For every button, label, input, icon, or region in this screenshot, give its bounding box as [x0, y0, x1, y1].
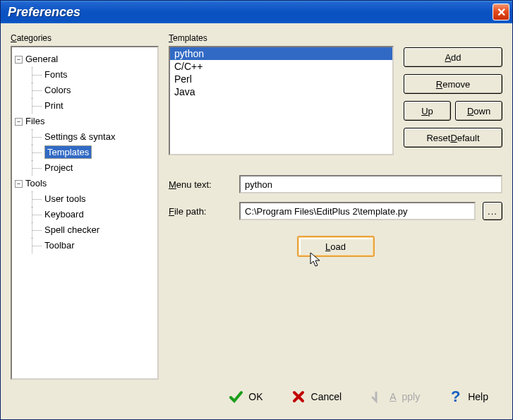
check-icon	[229, 390, 243, 404]
list-item[interactable]: Perl	[170, 73, 392, 85]
window-title: Preferences	[8, 5, 80, 20]
tree-label-general[interactable]: General	[25, 52, 58, 67]
templates-label: Templates	[169, 33, 394, 43]
tree-item-print[interactable]: Print	[32, 98, 155, 114]
tree-label-files[interactable]: Files	[25, 114, 44, 129]
ok-button[interactable]: OK	[229, 390, 262, 404]
cancel-button[interactable]: Cancel	[291, 390, 342, 404]
template-form: Menu text: File path: ...	[169, 175, 502, 220]
tree-item-colors[interactable]: Colors	[32, 83, 155, 98]
templates-panel: Templates python C/C++ Perl Java Add Rem…	[169, 33, 502, 380]
collapse-icon[interactable]: −	[15, 180, 23, 188]
file-path-input[interactable]	[239, 202, 476, 220]
main-area: Categories − General Fonts Colors Print	[11, 33, 502, 380]
categories-label: Categories	[11, 33, 159, 43]
tree-item-settings-syntax[interactable]: Settings & syntax	[32, 129, 155, 145]
list-item[interactable]: C/C++	[170, 60, 392, 73]
titlebar[interactable]: Preferences ✕	[1, 1, 512, 23]
tree-item-user-tools[interactable]: User tools	[32, 191, 155, 207]
reset-default-button[interactable]: Reset Default	[404, 128, 502, 148]
list-item[interactable]: python	[170, 47, 392, 60]
add-button[interactable]: Add	[404, 47, 502, 67]
tree-item-keyboard[interactable]: Keyboard	[32, 207, 155, 222]
tree-item-toolbar[interactable]: Toolbar	[32, 238, 155, 253]
apply-button: Apply	[370, 390, 420, 404]
templates-buttons: Add Remove Up Down Reset Default	[404, 33, 502, 155]
down-button[interactable]: Down	[455, 101, 502, 121]
client-area: Categories − General Fonts Colors Print	[1, 23, 512, 419]
x-icon	[291, 390, 306, 404]
load-button[interactable]: Load	[297, 236, 375, 257]
tree-node-files[interactable]: − Files Settings & syntax Templates Proj…	[15, 114, 155, 176]
file-path-label: File path:	[169, 206, 232, 217]
apply-icon	[370, 390, 384, 404]
help-icon: ?	[448, 390, 462, 404]
menu-text-input[interactable]	[239, 175, 502, 193]
up-button[interactable]: Up	[404, 101, 451, 121]
help-button[interactable]: ? Help	[448, 390, 488, 404]
templates-listbox[interactable]: python C/C++ Perl Java	[169, 46, 394, 155]
tree-item-fonts[interactable]: Fonts	[32, 67, 155, 83]
categories-tree[interactable]: − General Fonts Colors Print − Files	[11, 46, 159, 380]
collapse-icon[interactable]: −	[15, 118, 23, 126]
tree-node-general[interactable]: − General Fonts Colors Print	[15, 52, 155, 114]
list-item[interactable]: Java	[170, 85, 392, 98]
tree-label-tools[interactable]: Tools	[25, 176, 47, 191]
menu-text-label: Menu text:	[169, 179, 232, 190]
tree-item-spell-checker[interactable]: Spell checker	[32, 222, 155, 238]
tree-node-tools[interactable]: − Tools User tools Keyboard Spell checke…	[15, 176, 155, 253]
close-icon: ✕	[497, 6, 506, 19]
collapse-icon[interactable]: −	[15, 56, 23, 64]
remove-button[interactable]: Remove	[404, 74, 502, 94]
dialog-button-bar: OK Cancel Apply ? Help	[11, 380, 502, 414]
svg-text:?: ?	[451, 389, 460, 404]
tree-item-project[interactable]: Project	[32, 160, 155, 176]
browse-button[interactable]: ...	[483, 202, 502, 220]
tree-item-templates[interactable]: Templates	[32, 145, 155, 160]
preferences-window: Preferences ✕ Categories − General Fonts	[0, 0, 513, 420]
close-button[interactable]: ✕	[493, 4, 509, 20]
categories-panel: Categories − General Fonts Colors Print	[11, 33, 159, 380]
